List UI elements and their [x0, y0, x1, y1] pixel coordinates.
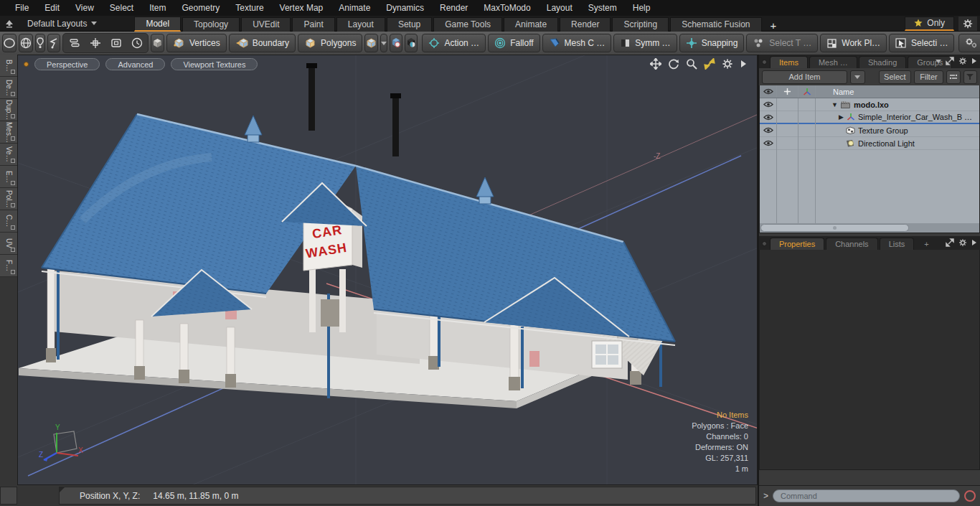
tab-items[interactable]: Items — [770, 56, 808, 68]
menu-geometry[interactable]: Geometry — [174, 3, 228, 13]
menu-maxtomodo[interactable]: MaxToModo — [476, 3, 538, 13]
viewport-textures-button[interactable]: Viewport Textures — [171, 58, 258, 70]
tab-animate[interactable]: Animate — [504, 17, 558, 32]
pan-icon[interactable] — [650, 58, 661, 70]
selection-sets-button[interactable]: Selecti … — [889, 34, 954, 52]
toolbox-tab-polygon[interactable]: Pol… — [0, 188, 17, 210]
pin-layout-icon[interactable] — [0, 17, 19, 31]
symmetry-button[interactable]: Symm … — [613, 34, 677, 52]
command-input[interactable] — [773, 489, 960, 502]
tab-layout[interactable]: Layout — [336, 17, 385, 32]
panel-gear-icon[interactable] — [958, 57, 967, 65]
toolbox-tab-vertex[interactable]: Ve… — [0, 144, 17, 166]
tab-shading[interactable]: Shading — [859, 56, 906, 68]
rect-select-tool-button[interactable] — [106, 34, 126, 52]
ellipse-tool-button[interactable] — [2, 34, 17, 52]
tab-game-tools[interactable]: Game Tools — [433, 17, 502, 32]
boundary-mode-button[interactable]: Boundary — [229, 34, 296, 52]
chevron-down-icon[interactable] — [936, 60, 941, 63]
layout-switcher[interactable]: Default Layouts — [27, 19, 97, 29]
view-mode-button[interactable]: Perspective — [34, 58, 100, 70]
menu-item[interactable]: Item — [141, 3, 174, 13]
work-plane-button[interactable]: Work Pl… — [820, 34, 887, 52]
expand-arrow-icon[interactable]: ▶ — [839, 113, 844, 121]
item-mode-button[interactable] — [364, 34, 378, 52]
visibility-column-header[interactable] — [760, 85, 777, 98]
favorites-only-button[interactable]: Only — [905, 17, 954, 31]
menu-render[interactable]: Render — [432, 3, 476, 13]
toolbox-tab-deform[interactable]: De… — [0, 77, 17, 99]
rotate-icon[interactable] — [668, 58, 679, 70]
menu-system[interactable]: System — [580, 3, 625, 13]
toolbox-tab-edge[interactable]: E… — [0, 166, 17, 188]
tab-topology[interactable]: Topology — [182, 17, 240, 32]
menu-select[interactable]: Select — [102, 3, 141, 13]
pin-tool-button[interactable] — [35, 34, 45, 52]
tab-uvedit[interactable]: UVEdit — [241, 17, 291, 32]
tab-render[interactable]: Render — [560, 17, 611, 32]
name-column-header[interactable]: Name — [816, 88, 854, 96]
falloff-button[interactable]: Falloff — [488, 34, 540, 52]
menu-vertex-map[interactable]: Vertex Map — [272, 3, 331, 13]
tab-channels[interactable]: Channels — [826, 238, 877, 250]
scrollbar-thumb[interactable] — [760, 224, 909, 232]
polygons-mode-button[interactable]: Polygons — [298, 34, 362, 52]
lock-column-header[interactable] — [777, 85, 798, 98]
kits-button[interactable]: Kits — [958, 34, 980, 52]
detach-panel-icon[interactable] — [946, 57, 954, 65]
add-item-dropdown[interactable] — [850, 70, 865, 84]
sphere-tool-button[interactable] — [19, 34, 33, 52]
cube-tool-button[interactable] — [151, 34, 164, 52]
menu-file[interactable]: File — [7, 3, 37, 13]
snapping-button[interactable]: Snapping — [679, 34, 745, 52]
menu-animate[interactable]: Animate — [331, 3, 378, 13]
menu-help[interactable]: Help — [625, 3, 659, 13]
toolbox-tab-basic[interactable]: B… — [0, 55, 17, 77]
toolbox-tab-curve[interactable]: C… — [0, 210, 17, 233]
add-item-button[interactable]: Add Item — [762, 70, 847, 84]
tab-lists[interactable]: Lists — [880, 238, 915, 250]
tab-schematic-fusion[interactable]: Schematic Fusion — [670, 17, 761, 32]
mesh-constraints-button[interactable]: Mesh C … — [542, 34, 612, 52]
menu-view[interactable]: View — [67, 3, 102, 13]
menu-layout[interactable]: Layout — [539, 3, 580, 13]
panel-expand-icon[interactable] — [971, 239, 977, 246]
toolbox-tab-duplicate[interactable]: Dup… — [0, 99, 17, 121]
items-horizontal-scrollbar[interactable] — [760, 223, 979, 233]
maximize-icon[interactable] — [704, 58, 715, 70]
tab-paint[interactable]: Paint — [292, 17, 334, 32]
material-sphere-button-1[interactable] — [390, 34, 402, 52]
menu-dynamics[interactable]: Dynamics — [378, 3, 432, 13]
menu-texture[interactable]: Texture — [227, 3, 271, 13]
zoom-icon[interactable] — [686, 58, 697, 70]
tab-model[interactable]: Model — [134, 17, 181, 32]
record-macro-button[interactable] — [964, 490, 976, 502]
layout-settings-button[interactable] — [958, 17, 977, 31]
select-through-button[interactable]: Select T … — [746, 34, 818, 52]
toolbox-tab-mesh[interactable]: Mes… — [0, 121, 17, 144]
filter-button[interactable]: Filter — [914, 70, 944, 84]
collapse-arrow-icon[interactable]: ▼ — [831, 101, 838, 108]
shading-mode-button[interactable]: Advanced — [105, 58, 165, 70]
expand-arrow-icon[interactable] — [740, 60, 747, 68]
tab-scripting[interactable]: Scripting — [612, 17, 669, 32]
settings-gear-icon[interactable] — [722, 58, 733, 70]
menu-edit[interactable]: Edit — [37, 3, 67, 13]
panel-gear-icon[interactable] — [958, 238, 967, 247]
tab-properties[interactable]: Properties — [770, 238, 824, 250]
panel-expand-icon[interactable] — [971, 57, 977, 65]
tab-setup[interactable]: Setup — [387, 17, 432, 32]
layers-tool-button[interactable] — [65, 34, 84, 52]
detach-panel-icon[interactable] — [946, 238, 954, 247]
panel-widget-dot[interactable] — [762, 60, 767, 65]
toolbox-tab-falloff[interactable]: F… — [0, 255, 17, 277]
material-sphere-button-2[interactable] — [405, 34, 418, 52]
item-mode-dropdown[interactable] — [380, 34, 387, 52]
panel-widget-dot[interactable] — [762, 241, 767, 246]
action-center-button[interactable]: Action … — [422, 34, 486, 52]
history-tool-button[interactable] — [127, 34, 146, 52]
toolbox-tab-uv[interactable]: UV — [0, 233, 17, 255]
select-button[interactable]: Select — [879, 70, 911, 84]
viewport-widget-dot[interactable] — [24, 62, 29, 67]
tab-mesh-ops[interactable]: Mesh … — [809, 56, 857, 68]
